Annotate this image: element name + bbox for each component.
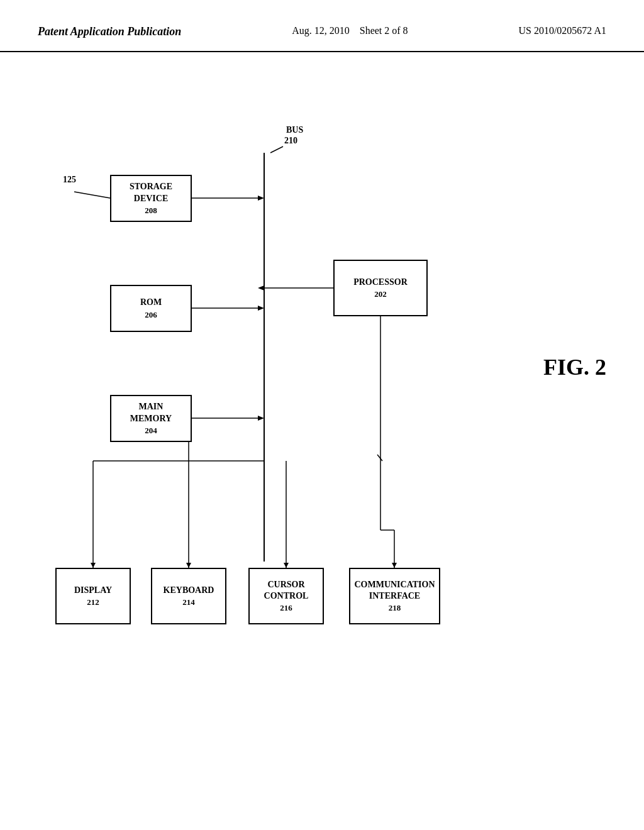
page-header: Patent Application Publication Aug. 12, … (0, 0, 644, 52)
main-memory-label: MAINMEMORY (130, 401, 172, 424)
keyboard-ref: 214 (182, 597, 195, 607)
cursor-control-label: CURSORCONTROL (264, 579, 309, 602)
svg-text:BUS: BUS (286, 125, 303, 135)
svg-marker-22 (186, 563, 191, 568)
main-memory-box: MAINMEMORY 204 (110, 395, 192, 442)
svg-marker-10 (258, 306, 264, 311)
svg-marker-24 (284, 563, 289, 568)
rom-box: ROM 206 (110, 285, 192, 332)
comm-interface-ref: 218 (389, 603, 401, 613)
cursor-control-box: CURSORCONTROL 216 (248, 568, 324, 624)
main-memory-ref: 204 (145, 426, 157, 436)
diagram-area: 125 FIG. 2 BUS 210 (0, 52, 644, 794)
keyboard-label: KEYBOARD (164, 585, 214, 596)
header-center: Aug. 12, 2010 Sheet 2 of 8 (292, 25, 408, 36)
display-label: DISPLAY (74, 585, 112, 596)
rom-label: ROM (140, 297, 162, 308)
comm-interface-label: COMMUNICATIONINTERFACE (354, 579, 435, 602)
processor-box: PROCESSOR 202 (333, 260, 428, 316)
header-right: US 2010/0205672 A1 (518, 25, 606, 36)
storage-device-ref: 208 (145, 206, 157, 216)
svg-marker-17 (258, 285, 264, 290)
svg-marker-28 (392, 563, 397, 568)
keyboard-box: KEYBOARD 214 (151, 568, 226, 624)
display-ref: 212 (87, 597, 99, 607)
header-left: Patent Application Publication (38, 25, 181, 38)
cursor-control-ref: 216 (280, 603, 292, 613)
processor-ref: 202 (374, 289, 387, 299)
diagram-svg: BUS 210 (0, 52, 644, 794)
svg-marker-20 (91, 563, 96, 568)
svg-marker-13 (258, 416, 264, 421)
storage-device-box: STORAGEDEVICE 208 (110, 175, 192, 222)
svg-line-29 (377, 455, 382, 461)
svg-marker-6 (258, 196, 264, 201)
comm-interface-box: COMMUNICATIONINTERFACE 218 (349, 568, 440, 624)
storage-device-label: STORAGEDEVICE (130, 181, 172, 204)
processor-label: PROCESSOR (353, 277, 408, 288)
svg-line-3 (74, 192, 110, 198)
rom-ref: 206 (145, 310, 157, 320)
svg-text:210: 210 (284, 136, 297, 145)
display-box: DISPLAY 212 (55, 568, 131, 624)
